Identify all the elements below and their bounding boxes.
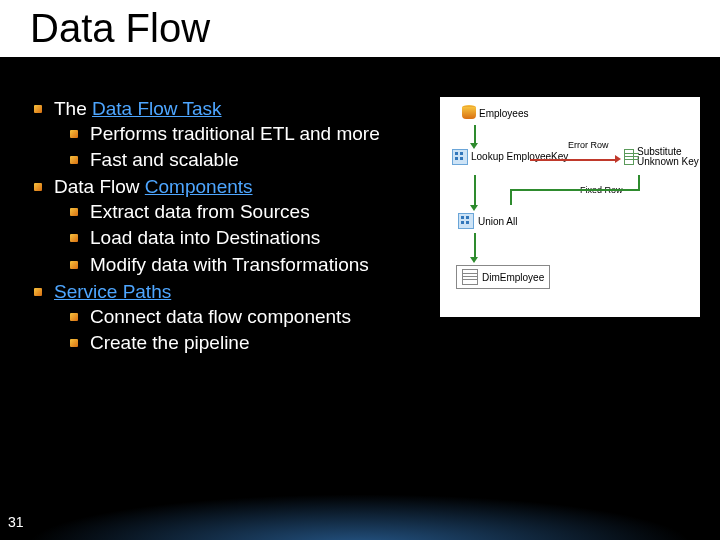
node-substitute: Substitute Unknown Key	[624, 147, 700, 167]
arrow-line	[474, 175, 476, 205]
bullet-0-sub-1: Fast and scalable	[54, 148, 430, 173]
node-dimemployee-label: DimEmployee	[482, 272, 544, 283]
slide-number: 31	[8, 514, 24, 530]
node-dimemployee: DimEmployee	[456, 265, 550, 289]
content-row: The Data Flow Task Performs traditional …	[0, 57, 720, 358]
bullet-0-sub-0: Performs traditional ETL and more	[54, 122, 430, 147]
bullet-0: The Data Flow Task Performs traditional …	[30, 97, 430, 173]
bullet-2-sub-0: Connect data flow components	[54, 305, 430, 330]
title-band: Data Flow	[0, 0, 720, 57]
bullet-2: Service Paths Connect data flow componen…	[30, 280, 430, 356]
bullet-1: Data Flow Components Extract data from S…	[30, 175, 430, 278]
arrow-head-icon	[615, 155, 621, 163]
unionall-icon	[458, 213, 474, 229]
node-union-all: Union All	[458, 213, 517, 229]
node-union-all-label: Union All	[478, 216, 517, 227]
dataflow-diagram: Employees Lookup EmployeeKey Error Row S…	[440, 97, 700, 317]
arrow-line	[510, 189, 512, 205]
bullet-0-pre: The	[54, 98, 92, 119]
node-employees-label: Employees	[479, 108, 528, 119]
node-substitute-label: Substitute Unknown Key	[637, 147, 700, 167]
bullet-1-pre: Data Flow	[54, 176, 145, 197]
link-components[interactable]: Components	[145, 176, 253, 197]
slide: Data Flow The Data Flow Task Performs tr…	[0, 0, 720, 540]
script-icon	[624, 149, 634, 165]
bullet-1-sub-0: Extract data from Sources	[54, 200, 430, 225]
arrow-line	[474, 233, 476, 257]
footer-glow	[0, 490, 720, 540]
lookup-icon	[452, 149, 468, 165]
arrow-head-icon	[470, 205, 478, 211]
edge-label-error-row: Error Row	[568, 140, 609, 150]
database-icon	[462, 105, 476, 121]
bullet-2-sub-1: Create the pipeline	[54, 331, 430, 356]
arrow-line	[510, 189, 640, 191]
arrow-line	[474, 125, 476, 143]
link-service-paths[interactable]: Service Paths	[54, 281, 171, 302]
node-employees: Employees	[462, 105, 528, 121]
arrow-head-icon	[470, 257, 478, 263]
arrow-line-error	[530, 159, 615, 161]
bullet-1-sub-1: Load data into Destinations	[54, 226, 430, 251]
node-lookup: Lookup EmployeeKey	[452, 149, 568, 165]
bullet-column: The Data Flow Task Performs traditional …	[30, 97, 430, 358]
link-data-flow-task[interactable]: Data Flow Task	[92, 98, 222, 119]
table-icon	[462, 269, 478, 285]
arrow-line	[638, 175, 640, 189]
slide-title: Data Flow	[30, 6, 720, 51]
bullet-1-sub-2: Modify data with Transformations	[54, 253, 430, 278]
